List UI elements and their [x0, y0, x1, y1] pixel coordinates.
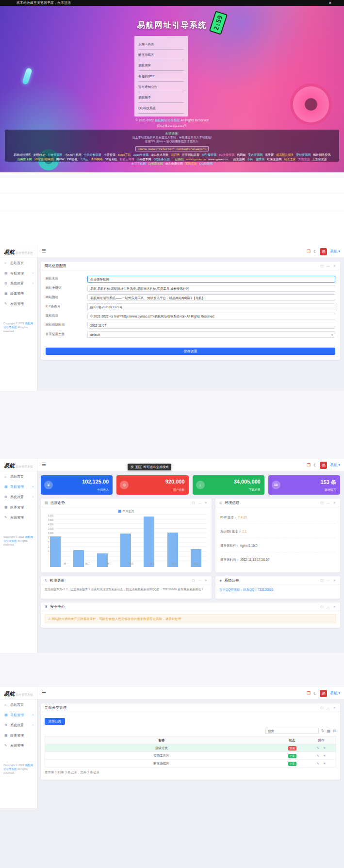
friend-link[interactable]: 妙引擎资源 — [202, 153, 216, 157]
window-controls[interactable]: ▢ ─ ✕ — [320, 602, 337, 611]
delete-icon[interactable]: ✕ — [323, 754, 326, 757]
edit-icon[interactable]: ✎ — [317, 746, 319, 750]
sidebar-item[interactable]: ⌂ 总站首页 — [0, 258, 37, 268]
menu-item[interactable]: 有趣的gitee — [138, 71, 184, 82]
sidebar-item[interactable]: ▤ 导航管理 › — [0, 710, 37, 720]
friend-link[interactable]: 2020年收藏 — [133, 153, 148, 157]
friend-link[interactable]: 大咖资源 — [298, 157, 310, 162]
delete-icon[interactable]: ✕ — [323, 746, 326, 750]
sidebar-item[interactable]: ⚙ 系统设置 › — [0, 278, 37, 288]
window-controls[interactable]: ▢ ─ ✕ — [320, 703, 337, 712]
friend-link[interactable]: 代码铺 — [237, 153, 246, 157]
friend-link[interactable]: 一起搞机 — [172, 157, 184, 162]
friend-link[interactable]: 5M83互联 — [118, 153, 131, 157]
refresh-icon[interactable]: ↻ — [321, 729, 325, 733]
save-button[interactable]: 保存设置 — [46, 348, 335, 355]
dark-mode-icon[interactable]: ☾ — [313, 463, 317, 467]
friend-link[interactable]: 超高配云服务 — [276, 153, 294, 157]
avatar[interactable]: 易 — [320, 248, 327, 255]
sidebar-item[interactable]: ✎ 友链管理 — [0, 299, 37, 309]
sidebar-item[interactable]: ✎ 友链管理 — [0, 740, 37, 751]
friend-link[interactable]: QQ刷赞网 — [199, 162, 213, 166]
friend-link[interactable]: www.qymao.cn — [186, 157, 206, 162]
window-controls[interactable]: ▢ ─ ✕ — [192, 499, 209, 507]
stat-card[interactable]: ↓ 34,005,000 下载总量 — [193, 475, 264, 495]
friend-link[interactable]: 站长之家 — [284, 157, 296, 162]
share-icon[interactable]: ❐ — [307, 463, 311, 467]
table-row[interactable]: 解压游戏区 正常 ✎ ✕ — [45, 760, 336, 768]
avatar[interactable]: 易 — [320, 690, 327, 697]
friend-link[interactable]: 一品资源网 — [230, 157, 245, 162]
sidebar-item[interactable]: ⚙ 系统设置 › — [0, 720, 37, 730]
close-icon[interactable]: × — [329, 0, 331, 6]
friend-link[interactable]: 左转资源网 — [48, 153, 62, 157]
edit-icon[interactable]: ✎ — [317, 762, 319, 765]
friend-link[interactable]: 5G免费资源 — [219, 153, 234, 157]
friend-link[interactable]: 无名资源网 — [248, 153, 262, 157]
sidebar-item[interactable]: ▤ 导航管理 › — [0, 482, 37, 492]
menu-item[interactable]: QQ科技系统 — [138, 103, 184, 114]
stat-card[interactable]: ☺ 920,000 用户总数 — [116, 475, 188, 495]
sidebar-item[interactable]: ▦ 媒体管理 — [0, 288, 37, 299]
hamburger-icon[interactable]: ☰ — [42, 462, 46, 467]
user-menu[interactable]: 易航 ▾ — [330, 249, 340, 254]
menu-item[interactable]: 官方通知公告 — [138, 82, 184, 92]
friend-link[interactable]: 土豆主机网 — [131, 162, 146, 166]
friend-link[interactable]: 小K40主机网 — [65, 153, 82, 157]
add-category-button[interactable]: 添加分类 — [45, 718, 65, 725]
dark-mode-icon[interactable]: ☾ — [313, 691, 317, 696]
friend-link[interactable]: 红尘资源网 — [267, 157, 282, 162]
columns-icon[interactable]: ▦ — [327, 729, 331, 733]
friend-link[interactable]: 易航科技博客 — [14, 153, 31, 157]
window-controls[interactable]: ▢ ─ ✕ — [192, 576, 209, 585]
share-icon[interactable]: ❐ — [307, 249, 311, 254]
friend-link[interactable]: 白菜娱乐网 — [148, 162, 163, 166]
avatar[interactable]: 易 — [320, 462, 327, 469]
menu-item[interactable]: 易航圈子 — [138, 92, 184, 103]
friend-link[interactable]: 小高教学网 — [136, 157, 151, 162]
field-input[interactable]: default — [87, 331, 335, 338]
friend-link[interactable]: 爱特资源网 — [296, 153, 311, 157]
field-input[interactable]: © 2021-2022 <a href="http://www.qymao.cn… — [87, 313, 335, 319]
menu-item[interactable]: 实用工具区 — [138, 39, 184, 50]
stat-card[interactable]: ✉ 153 条 新增留言 — [268, 475, 340, 495]
field-input[interactable]: 易航网址引导系统——一站式实用工具、知识资讯平台，精品网站api接口【导航】 — [87, 294, 335, 301]
sidebar-item[interactable]: ⌂ 总站首页 — [0, 471, 37, 482]
table-row[interactable]: 顶级分类 禁用 ✎ ✕ — [45, 744, 336, 752]
friend-link[interactable]: 玉水帘资源 — [312, 157, 327, 162]
dark-mode-icon[interactable]: ☾ — [313, 250, 317, 254]
friend-link[interactable]: 小白一键重装 — [247, 157, 265, 162]
sidebar-item[interactable]: ⚙ 系统设置 › — [0, 492, 37, 502]
friend-link[interactable]: 永久免费空间 — [165, 162, 183, 166]
share-icon[interactable]: ❐ — [307, 691, 311, 696]
field-input[interactable]: 皖ICP备2021013323号 — [87, 303, 335, 310]
friend-link[interactable]: 世界网站联盟 — [182, 153, 199, 157]
icp-number[interactable]: 皖ICP备2021013323号 — [0, 124, 344, 128]
sidebar-item[interactable]: ▤ 导航管理 › — [0, 268, 37, 278]
friend-link[interactable]: 自由发卡网 — [17, 157, 32, 162]
friend-link[interactable]: 298影视 — [67, 157, 78, 162]
sidebar-item[interactable]: ▦ 媒体管理 — [0, 502, 37, 512]
friend-link[interactable]: 小蓝资源 — [104, 153, 115, 157]
menu-item[interactable]: 解压游戏区 — [138, 50, 184, 60]
hamburger-icon[interactable]: ☰ — [42, 248, 46, 253]
notice-text[interactable]: 官方QQ交流群：联系QQ：733120686 — [215, 585, 340, 595]
field-input[interactable]: 易航,易航科技,易航网址引导系统,易航网络科技,实用工具,成长资讯社区 — [87, 285, 335, 292]
friend-link[interactable]: 枫叶网络资讯 — [313, 153, 330, 157]
friend-link[interactable]: 全民站长联盟 — [84, 153, 101, 157]
friend-link[interactable]: 宝丽星辰 — [185, 162, 197, 166]
user-menu[interactable]: 易航 ▾ — [330, 463, 340, 467]
fullscreen-icon[interactable]: ⊞ — [333, 729, 336, 733]
friend-link[interactable]: 刘明PHP — [33, 153, 45, 157]
friend-link[interactable]: QQ业务乐园 — [153, 157, 169, 162]
friend-link[interactable]: 木韩网络 — [91, 157, 103, 162]
field-input[interactable]: 2022-11-07 — [87, 322, 335, 329]
hamburger-icon[interactable]: ☰ — [42, 690, 46, 695]
friend-link[interactable]: 老白技术导航 — [151, 153, 168, 157]
sidebar-item[interactable]: ⌂ 总站首页 — [0, 700, 37, 710]
window-controls[interactable]: ▢ ─ ✕ — [320, 576, 337, 585]
friend-link[interactable]: 彩虹云商城 — [119, 157, 134, 162]
user-menu[interactable]: 易航 ▾ — [330, 691, 340, 696]
friend-link[interactable]: 易启秀 — [171, 153, 180, 157]
sidebar-item[interactable]: ✎ 友链管理 — [0, 512, 37, 522]
